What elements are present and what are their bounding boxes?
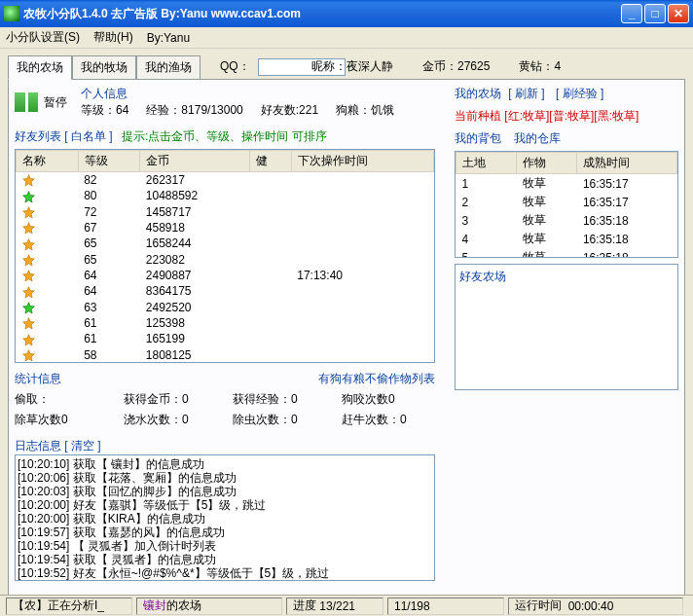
menubar: 小分队设置(S) 帮助(H) By:Yanu bbox=[0, 27, 693, 49]
table-row[interactable]: 5牧草16:35:18 bbox=[456, 248, 677, 258]
refresh-link[interactable]: [ 刷新 ] bbox=[508, 87, 544, 100]
star-icon bbox=[22, 238, 35, 251]
table-row[interactable]: 3牧草16:35:18 bbox=[456, 211, 677, 230]
doglist-title[interactable]: 有狗有粮不偷作物列表 bbox=[318, 371, 435, 387]
log-line: [10:20:10] 获取【 镶封】的信息成功 bbox=[18, 457, 432, 471]
star-icon bbox=[22, 286, 35, 299]
friendlist-tip: 提示:点击金币、等级、操作时间 可排序 bbox=[122, 129, 327, 143]
nick-value: 夜深人静 bbox=[346, 59, 393, 73]
qq-label: QQ： bbox=[220, 58, 250, 75]
log-line: [10:19:52] 好友【永恒~!@#$%^&*】等级低于【5】级，跳过 bbox=[18, 566, 432, 580]
statusbar: 【农】正在分析I_ 镶封的农场 进度 13/221 11/198 运行时间 00… bbox=[0, 595, 693, 616]
star-icon bbox=[22, 191, 35, 203]
bag-link[interactable]: 我的背包 bbox=[455, 131, 501, 145]
table-row[interactable]: 1牧草16:35:17 bbox=[456, 174, 677, 194]
table-row[interactable]: 67458918 bbox=[17, 220, 434, 236]
menu-settings[interactable]: 小分队设置(S) bbox=[6, 29, 80, 46]
star-icon bbox=[22, 254, 35, 267]
app-icon bbox=[4, 6, 19, 21]
log-line: [10:19:57] 获取【嘉瑟的风】的信息成功 bbox=[18, 525, 432, 539]
star-icon bbox=[22, 270, 35, 282]
star-icon bbox=[22, 334, 35, 346]
tab-fish[interactable]: 我的渔场 bbox=[136, 55, 201, 80]
table-row[interactable]: 8010488592 bbox=[17, 188, 434, 203]
table-row[interactable]: 632492520 bbox=[17, 300, 434, 315]
star-icon bbox=[22, 206, 35, 219]
table-row[interactable]: 721458717 bbox=[17, 204, 434, 220]
close-button[interactable]: ✕ bbox=[668, 4, 689, 23]
stats-title: 统计信息 bbox=[15, 371, 61, 387]
star-icon bbox=[22, 222, 35, 235]
crop-table[interactable]: 土地 作物 成熟时间 1牧草16:35:172牧草16:35:173牧草16:3… bbox=[455, 151, 678, 258]
log-line: [10:20:06] 获取【花落、寞厢】的信息成功 bbox=[18, 471, 432, 485]
table-row[interactable]: 648364175 bbox=[17, 283, 434, 299]
log-line: [10:19:54] 【 灵狐者】加入倒计时列表 bbox=[18, 539, 432, 553]
friendfarm-title: 好友农场 bbox=[459, 270, 506, 283]
table-row[interactable]: 581808125 bbox=[17, 347, 434, 363]
table-row[interactable]: 61125398 bbox=[17, 315, 434, 331]
table-row[interactable]: 65223082 bbox=[17, 252, 434, 268]
pause-icon[interactable] bbox=[15, 92, 38, 112]
table-row[interactable]: 4牧草16:35:18 bbox=[456, 230, 677, 248]
menu-by: By:Yanu bbox=[147, 31, 190, 45]
diamond-value: 4 bbox=[554, 59, 561, 73]
star-icon bbox=[22, 174, 35, 187]
table-row[interactable]: 2牧草16:35:17 bbox=[456, 193, 677, 211]
storage-link[interactable]: 我的仓库 bbox=[514, 131, 561, 145]
window-title: 农牧小分队1.4.0 去广告版 By:Yanu www.ccav1.com bbox=[23, 6, 621, 22]
star-icon bbox=[22, 302, 35, 314]
minimize-button[interactable]: _ bbox=[621, 4, 642, 23]
personal-title: 个人信息 bbox=[81, 86, 394, 102]
log-box[interactable]: [10:20:10] 获取【 镶封】的信息成功[10:20:06] 获取【花落、… bbox=[15, 454, 435, 581]
table-row[interactable]: 61165199 bbox=[17, 331, 434, 346]
friendlist-header[interactable]: 好友列表 [ 白名单 ] bbox=[15, 129, 113, 143]
tab-ranch[interactable]: 我的牧场 bbox=[72, 55, 136, 80]
log-line: [10:19:54] 获取【 灵狐者】的信息成功 bbox=[18, 553, 432, 566]
myfarm-title: 我的农场 bbox=[455, 87, 501, 100]
menu-help[interactable]: 帮助(H) bbox=[93, 29, 133, 46]
star-icon bbox=[22, 317, 35, 330]
log-line: [10:20:00] 好友【嘉骐】等级低于【5】级，跳过 bbox=[18, 498, 432, 512]
log-line: [10:20:00] 获取【KIRA】的信息成功 bbox=[18, 512, 432, 525]
brushexp-link[interactable]: [ 刷经验 ] bbox=[556, 87, 603, 100]
log-line: [10:20:03] 获取【回忆的脚步】的信息成功 bbox=[18, 485, 432, 498]
log-title[interactable]: 日志信息 [ 清空 ] bbox=[15, 438, 435, 454]
pause-label[interactable]: 暂停 bbox=[44, 94, 67, 111]
table-row[interactable]: 651658244 bbox=[17, 236, 434, 251]
table-row[interactable]: 82262317 bbox=[17, 172, 434, 189]
gold-value: 27625 bbox=[457, 59, 490, 73]
star-icon bbox=[22, 349, 35, 362]
friend-table[interactable]: 名称 等级 金币 健 下次操作时间 82262317 8010488592 72… bbox=[15, 149, 435, 363]
table-row[interactable]: 64249088717:13:40 bbox=[17, 268, 434, 283]
maximize-button[interactable]: □ bbox=[644, 4, 666, 23]
tab-farm[interactable]: 我的农场 bbox=[8, 55, 72, 80]
